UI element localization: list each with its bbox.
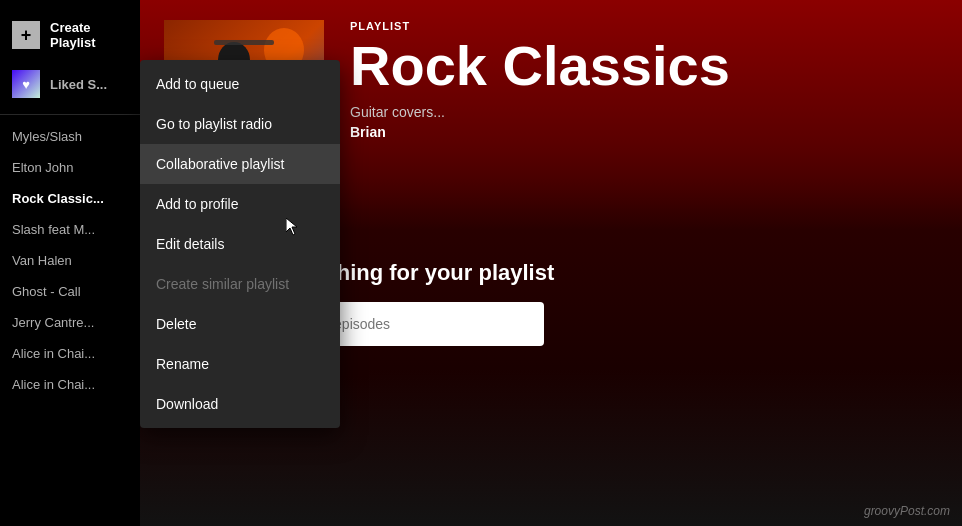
sidebar-item-rock-classics[interactable]: Rock Classic... [0,183,140,214]
create-playlist-button[interactable]: + Create Playlist [0,10,140,60]
playlist-description: Guitar covers... [350,104,730,120]
liked-songs-icon: ♥ [12,70,40,98]
watermark: groovyPost.com [864,504,950,518]
plus-icon: + [12,21,40,49]
svg-rect-8 [214,40,274,45]
sidebar-item-van-halen[interactable]: Van Halen [0,245,140,276]
sidebar-item-elton-john[interactable]: Elton John [0,152,140,183]
sidebar: + Create Playlist ♥ Liked S... Myles/Sla… [0,0,140,526]
sidebar-item-alice-2[interactable]: Alice in Chai... [0,369,140,400]
playlist-title: Rock Classics [350,38,730,94]
menu-item-collaborative-playlist[interactable]: Collaborative playlist [140,144,340,184]
menu-item-rename[interactable]: Rename [140,344,340,384]
liked-songs-label: Liked S... [50,77,107,92]
menu-item-edit-details[interactable]: Edit details [140,224,340,264]
sidebar-item-slash-feat[interactable]: Slash feat M... [0,214,140,245]
menu-item-add-to-profile[interactable]: Add to profile [140,184,340,224]
menu-item-go-to-playlist-radio[interactable]: Go to playlist radio [140,104,340,144]
menu-item-delete[interactable]: Delete [140,304,340,344]
sidebar-item-myles-slash[interactable]: Myles/Slash [0,121,140,152]
context-menu: Add to queue Go to playlist radio Collab… [140,60,340,428]
menu-item-create-similar-playlist: Create similar playlist [140,264,340,304]
sidebar-item-ghost-call[interactable]: Ghost - Call [0,276,140,307]
playlist-info: PLAYLIST Rock Classics Guitar covers... … [350,20,730,140]
create-playlist-label: Create Playlist [50,20,128,50]
playlist-owner: Brian [350,124,730,140]
menu-item-add-to-queue[interactable]: Add to queue [140,64,340,104]
sidebar-item-alice-1[interactable]: Alice in Chai... [0,338,140,369]
liked-songs-button[interactable]: ♥ Liked S... [0,60,140,108]
menu-item-download[interactable]: Download [140,384,340,424]
sidebar-item-jerry-cantre[interactable]: Jerry Cantre... [0,307,140,338]
playlist-type-label: PLAYLIST [350,20,730,32]
sidebar-divider [0,114,140,115]
